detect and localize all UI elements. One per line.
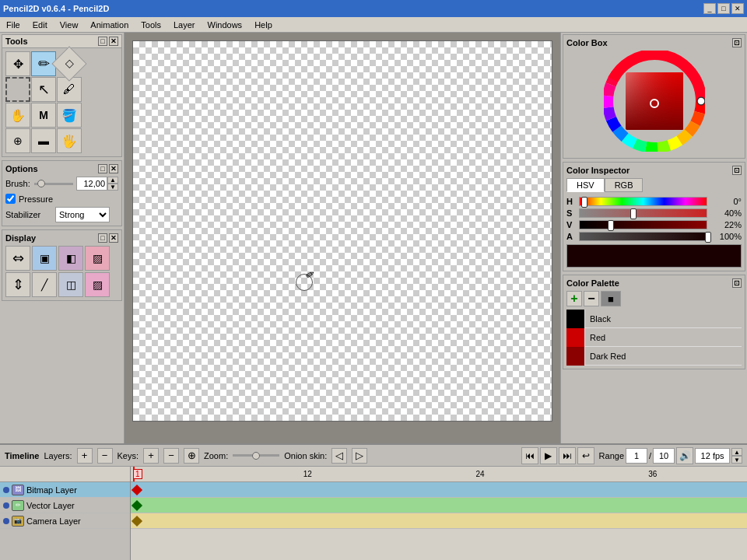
palette-item-red[interactable]: Red xyxy=(566,328,742,347)
disp-onion[interactable]: ◧ xyxy=(58,246,83,271)
options-expand-button[interactable]: □ xyxy=(98,164,107,173)
add-layer-button[interactable]: + xyxy=(77,448,93,464)
onion-prev-button[interactable]: ◁ xyxy=(331,448,347,464)
menu-edit[interactable]: Edit xyxy=(26,19,54,31)
play-end-button[interactable]: ↩ xyxy=(577,447,594,464)
palette-color-black xyxy=(566,310,585,328)
tool-brush[interactable]: ▬ xyxy=(31,128,56,153)
display-close-button[interactable]: ✕ xyxy=(109,233,118,243)
tool-eraser[interactable]: ◻ xyxy=(51,46,86,81)
menu-windows[interactable]: Windows xyxy=(202,19,249,31)
tool-fill[interactable]: 🖐 xyxy=(57,128,82,153)
track-bitmap[interactable] xyxy=(131,482,747,498)
track-camera[interactable] xyxy=(131,513,747,529)
fps-down[interactable]: ▼ xyxy=(731,456,742,464)
duplicate-key-button[interactable]: ⊕ xyxy=(184,448,199,464)
play-start-button[interactable]: ⏮ xyxy=(521,447,538,464)
menu-file[interactable]: File xyxy=(0,19,26,31)
color-wheel-svg xyxy=(604,51,705,152)
tool-hand[interactable]: ✋ xyxy=(5,103,30,128)
play-button[interactable]: ▶ xyxy=(540,447,557,464)
range-start-input[interactable] xyxy=(626,448,647,464)
tool-move[interactable]: ✥ xyxy=(5,51,30,76)
disp-tile[interactable]: ▣ xyxy=(32,246,57,271)
disp-ref[interactable]: ▨ xyxy=(85,272,110,297)
tools-expand-button[interactable]: □ xyxy=(98,37,107,46)
minimize-button[interactable]: _ xyxy=(703,3,716,14)
pressure-checkbox[interactable] xyxy=(5,194,16,204)
canvas xyxy=(132,40,552,422)
tool-smudge[interactable]: M xyxy=(31,103,56,128)
disp-color[interactable]: ▨ xyxy=(85,246,110,271)
s-slider-track[interactable] xyxy=(579,208,707,218)
a-row: A 100% xyxy=(566,232,742,241)
menu-tools[interactable]: Tools xyxy=(135,19,167,31)
menu-view[interactable]: View xyxy=(54,19,85,31)
fps-input[interactable] xyxy=(695,448,730,464)
options-close-button[interactable]: ✕ xyxy=(109,164,118,173)
timeline-zoom-slider[interactable] xyxy=(233,454,279,457)
color-wheel[interactable] xyxy=(604,51,705,152)
disp-flip-h[interactable]: ⇔ xyxy=(5,246,30,271)
close-button[interactable]: ✕ xyxy=(731,3,744,14)
palette-item-darkred[interactable]: Dark Red xyxy=(566,347,742,366)
a-slider-track[interactable] xyxy=(579,232,707,241)
disp-flip-v[interactable]: ⇕ xyxy=(5,272,30,297)
brush-slider[interactable] xyxy=(34,183,73,185)
play-loop-button[interactable]: ⏭ xyxy=(559,447,576,464)
layer-icon-vector: ✏ xyxy=(12,500,24,511)
right-panel: Color Box ⊡ xyxy=(560,33,747,443)
track-vector[interactable] xyxy=(131,498,747,513)
menu-help[interactable]: Help xyxy=(248,19,279,31)
range-end-input[interactable] xyxy=(653,448,675,464)
color-palette-expand[interactable]: ⊡ xyxy=(732,278,742,288)
menu-animation[interactable]: Animation xyxy=(84,19,135,31)
window-controls: _ □ ✕ xyxy=(703,3,744,14)
color-box-expand[interactable]: ⊡ xyxy=(732,38,742,47)
layers-list: 🖼 Bitmap Layer ✏ Vector Layer 📷 Camera L… xyxy=(0,467,131,560)
brush-spin-down[interactable]: ▼ xyxy=(107,184,118,191)
disp-layer[interactable]: ◫ xyxy=(58,272,83,297)
palette-item-black[interactable]: Black xyxy=(566,310,742,328)
tool-pick[interactable]: ⊕ xyxy=(5,128,30,153)
tab-hsv[interactable]: HSV xyxy=(566,178,605,192)
palette-remove-button[interactable]: − xyxy=(584,291,599,306)
palette-menu-button[interactable]: ■ xyxy=(601,291,621,306)
ruler-mark-12: 12 xyxy=(303,470,312,478)
display-expand-button[interactable]: □ xyxy=(98,233,107,243)
onion-next-button[interactable]: ▷ xyxy=(352,448,367,464)
layer-name-camera: Camera Layer xyxy=(26,516,81,526)
maximize-button[interactable]: □ xyxy=(717,3,730,14)
color-wheel-container xyxy=(566,51,742,152)
layer-name-bitmap: Bitmap Layer xyxy=(26,485,77,495)
layer-visibility-vector[interactable] xyxy=(3,502,9,509)
layers-label: Layers: xyxy=(44,451,72,460)
tool-select-rect[interactable] xyxy=(5,77,30,102)
canvas-area[interactable]: ✏ xyxy=(124,33,560,443)
tools-close-button[interactable]: ✕ xyxy=(109,37,118,46)
layer-visibility-camera[interactable] xyxy=(3,518,9,524)
h-slider-track[interactable] xyxy=(579,197,707,206)
remove-key-button[interactable]: − xyxy=(163,448,179,464)
disp-line[interactable]: ╱ xyxy=(32,272,57,297)
palette-add-button[interactable]: + xyxy=(566,291,582,306)
tool-pointer[interactable]: ↖ xyxy=(31,77,56,102)
fps-up[interactable]: ▲ xyxy=(731,448,742,456)
v-slider-track[interactable] xyxy=(579,220,707,229)
layer-name-vector: Vector Layer xyxy=(26,501,75,510)
add-key-button[interactable]: + xyxy=(143,448,159,464)
stabilizer-select[interactable]: Strong None Weak xyxy=(55,207,110,222)
brush-spin-up[interactable]: ▲ xyxy=(107,177,118,184)
brush-value-input[interactable] xyxy=(76,177,107,191)
tab-rgb[interactable]: RGB xyxy=(605,178,644,192)
layer-visibility-bitmap[interactable] xyxy=(3,487,9,493)
menu-layer[interactable]: Layer xyxy=(167,19,202,31)
tool-bucket[interactable]: 🪣 xyxy=(57,103,82,128)
remove-layer-button[interactable]: − xyxy=(97,448,113,464)
layer-row-bitmap[interactable]: 🖼 Bitmap Layer xyxy=(0,482,130,498)
color-box-panel: Color Box ⊡ xyxy=(563,34,745,159)
layer-row-camera[interactable]: 📷 Camera Layer xyxy=(0,513,130,529)
volume-button[interactable]: 🔊 xyxy=(676,447,693,464)
layer-row-vector[interactable]: ✏ Vector Layer xyxy=(0,498,130,513)
color-inspector-expand[interactable]: ⊡ xyxy=(732,166,742,175)
